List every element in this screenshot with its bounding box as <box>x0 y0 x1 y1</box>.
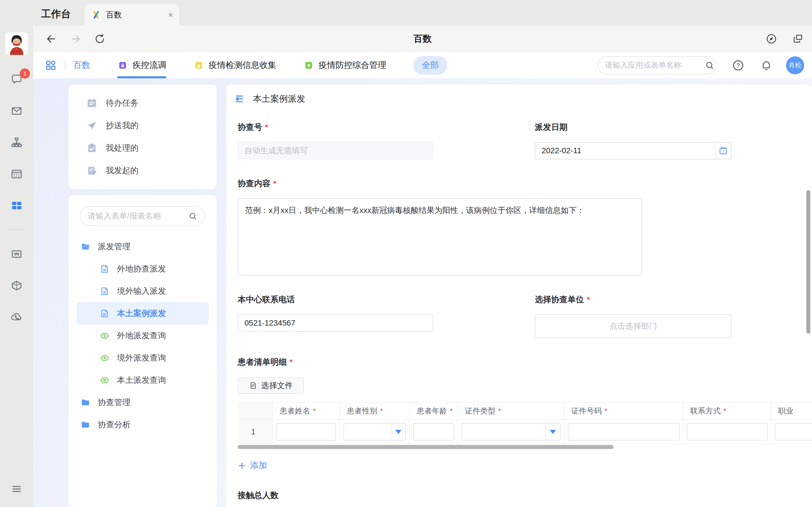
tree-item-4[interactable]: 本土案例派发 <box>77 302 209 325</box>
svg-text:?: ? <box>737 62 740 69</box>
folder-icon <box>80 420 91 430</box>
dropdown-caret-icon[interactable] <box>391 424 405 440</box>
mail-icon[interactable] <box>10 104 24 118</box>
app-nav-right: ? 肖松 <box>598 56 804 74</box>
rail-icon-list: 1 <box>8 55 26 324</box>
field-label-assist-unit: 选择协查单位* <box>535 294 732 305</box>
collapse-outdent-icon[interactable] <box>234 93 245 105</box>
bell-icon[interactable] <box>760 59 772 71</box>
doc-icon <box>100 286 110 296</box>
cube-icon[interactable] <box>10 279 24 293</box>
shopping-bag-icon <box>193 60 204 71</box>
tree-item-3[interactable]: 境外输入派发 <box>77 280 209 302</box>
app-tab-3[interactable]: 疫情防控综合管理 <box>303 52 386 78</box>
field-label-contact-total: 接触总人数 <box>238 490 812 501</box>
cell-input-6[interactable] <box>687 423 767 441</box>
cell-input-7[interactable] <box>775 423 812 441</box>
field-label-center-phone: 本中心联系电话 <box>238 294 434 305</box>
tab-close-icon[interactable]: × <box>168 11 173 19</box>
col-header-3: 患者年龄* <box>410 403 458 420</box>
user-avatar[interactable] <box>5 33 28 55</box>
h-scroll-thumb[interactable] <box>238 445 613 449</box>
row-number: 1 <box>238 420 273 445</box>
quick-item-1[interactable]: 待办任务 <box>68 92 216 114</box>
dispatch-date-input[interactable]: 2022-02-11 7 <box>535 142 732 159</box>
assist-unit-picker[interactable]: 点击选择部门 <box>535 314 732 338</box>
w-doc-icon[interactable] <box>10 247 24 261</box>
panel-search-input[interactable] <box>88 212 188 221</box>
date-picker-icon[interactable]: 7 <box>715 143 731 159</box>
cell-input-3[interactable] <box>413 423 454 441</box>
app-tab-2[interactable]: 疫情检测信息收集 <box>193 52 276 78</box>
query-icon <box>100 331 110 341</box>
tree-item-9[interactable]: 协查分析 <box>77 413 209 436</box>
search-icon <box>705 61 714 70</box>
dropdown-caret-icon[interactable] <box>545 424 560 440</box>
quick-task-card: 待办任务抄送我的我处理的我发起的 <box>68 84 216 189</box>
file-icon <box>249 381 257 390</box>
form-main-card: 本土案例派发 协查号* 自动生成无需填写 派发日期 2022-02-11 <box>226 84 812 507</box>
workbench-grid-icon[interactable] <box>10 199 24 213</box>
choose-file-button[interactable]: 选择文件 <box>238 378 304 394</box>
required-asterisk: * <box>265 123 268 132</box>
forward-icon[interactable] <box>69 33 82 45</box>
browser-tab[interactable]: 百数 × <box>85 4 179 26</box>
tree-item-5[interactable]: 外地派发查询 <box>77 325 209 347</box>
query-icon <box>100 353 110 363</box>
cell-select-4[interactable] <box>462 423 560 441</box>
app-search-input[interactable] <box>605 61 705 69</box>
reload-icon[interactable] <box>94 33 106 45</box>
tree-item-7[interactable]: 本土派发查询 <box>77 369 209 391</box>
tree-item-2[interactable]: 外地协查派发 <box>77 258 209 280</box>
cell-select-2[interactable] <box>343 423 406 441</box>
table-row: 1 <box>238 420 812 445</box>
quick-item-3[interactable]: 我处理的 <box>68 137 216 159</box>
compass-icon[interactable] <box>765 33 777 45</box>
chat-icon[interactable]: 1 <box>10 72 24 87</box>
hamburger-icon[interactable] <box>10 482 24 496</box>
apps-grid-icon[interactable] <box>45 59 57 71</box>
search-icon <box>188 212 197 221</box>
assist-content-textarea[interactable]: 范例：x月xx日，我中心检测一名xxx新冠病毒核酸结果为阳性，该病例位于你区，详… <box>238 198 642 276</box>
help-icon[interactable]: ? <box>732 59 744 71</box>
app-search-box[interactable] <box>598 56 716 74</box>
baishu-logo-icon <box>91 10 101 20</box>
query-icon <box>100 375 110 385</box>
nav-home-baishu[interactable]: 百数 <box>73 59 90 71</box>
form-tree-card: 派发管理外地协查派发境外输入派发本土案例派发外地派发查询境外派发查询本土派发查询… <box>68 195 216 507</box>
folder-icon <box>80 397 91 407</box>
all-apps-pill[interactable]: 全部 <box>413 56 447 75</box>
quick-item-2[interactable]: 抄送我的 <box>68 114 216 137</box>
field-label-dispatch-date: 派发日期 <box>535 122 732 133</box>
cell-input-1[interactable] <box>276 423 336 441</box>
tree-item-8[interactable]: 协查管理 <box>77 391 209 413</box>
table-horizontal-scrollbar[interactable] <box>238 445 812 449</box>
open-window-icon[interactable] <box>792 33 804 45</box>
assist-no-input[interactable]: 自动生成无需填写 <box>238 142 434 159</box>
tree-item-6[interactable]: 境外派发查询 <box>77 347 209 369</box>
col-header-6: 联系方式* <box>683 403 771 420</box>
col-header-4: 证件类型* <box>458 403 564 420</box>
col-header-5: 证件号码* <box>564 403 683 420</box>
add-row-button[interactable]: 添加 <box>238 460 267 471</box>
user-chip[interactable]: 肖松 <box>786 56 804 74</box>
quick-item-4[interactable]: 我发起的 <box>68 159 216 182</box>
left-panel: 待办任务抄送我的我处理的我发起的 派发管理外地协查派发境外输入派发本土案例派发外… <box>68 84 216 507</box>
cloud-phone-icon[interactable] <box>10 310 24 324</box>
app-tab-1[interactable]: ¥疾控流调 <box>117 52 166 78</box>
page-vertical-scrollbar[interactable] <box>806 190 810 334</box>
calendar-icon[interactable] <box>10 167 24 181</box>
content-area: 待办任务抄送我的我处理的我发起的 派发管理外地协查派发境外输入派发本土案例派发外… <box>33 78 812 507</box>
cell-input-5[interactable] <box>568 423 679 441</box>
rail-divider <box>8 229 26 230</box>
browser-toolbar: 百数 <box>33 26 812 52</box>
back-icon[interactable] <box>45 33 57 45</box>
patient-table: 患者姓名*患者性别*患者年龄*证件类型*证件号码*联系方式*职业1 <box>238 403 812 445</box>
panel-search-box[interactable] <box>80 206 205 226</box>
app-nav: 百数 ¥疾控流调疫情检测信息收集疫情防控综合管理 全部 ? 肖松 <box>33 52 812 78</box>
col-header-7: 职业 <box>771 403 812 420</box>
org-icon[interactable] <box>10 135 24 150</box>
tree-item-1[interactable]: 派发管理 <box>77 235 209 258</box>
center-phone-input[interactable]: 0521-1234567 <box>238 314 434 332</box>
star-icon <box>303 60 314 71</box>
